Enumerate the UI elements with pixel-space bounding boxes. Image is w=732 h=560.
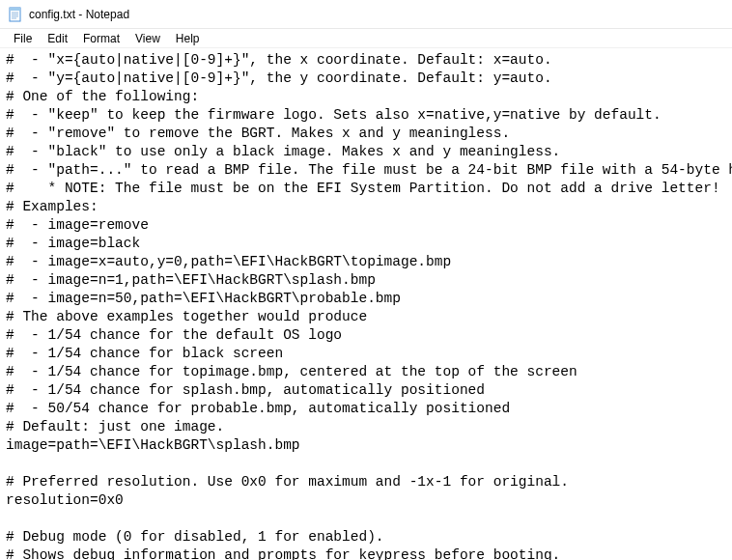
menubar: File Edit Format View Help [0,29,732,48]
menu-help[interactable]: Help [168,32,208,45]
svg-rect-1 [10,8,20,11]
window-title: config.txt - Notepad [29,8,129,21]
menu-edit[interactable]: Edit [40,32,75,45]
text-editor[interactable]: # - "x={auto|native|[0-9]+}", the x coor… [0,48,732,560]
notepad-icon [8,7,23,22]
menu-file[interactable]: File [6,32,40,45]
menu-format[interactable]: Format [75,32,127,45]
menu-view[interactable]: View [127,32,168,45]
editor-content: # - "x={auto|native|[0-9]+}", the x coor… [6,52,732,560]
titlebar[interactable]: config.txt - Notepad [0,0,732,29]
